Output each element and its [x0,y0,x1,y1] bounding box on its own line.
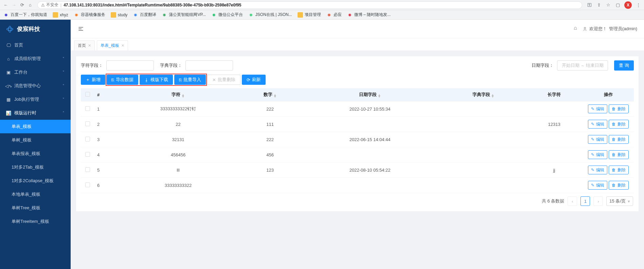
nav-back-icon[interactable]: ← [3,2,9,8]
row-checkbox[interactable] [85,167,90,172]
refresh-button[interactable]: ⟳刷新 [242,75,266,85]
bookmark-item[interactable]: 项目管理 [296,11,322,19]
user-welcome[interactable]: 欢迎您！ 管理员(admin) [583,26,637,32]
bookmark-item[interactable]: ◉微博 – 随时随地发... [346,11,392,19]
bell-icon[interactable] [573,26,578,31]
bookmark-item[interactable]: ◉百度翻译 [131,11,158,19]
warning-icon: ⚠ [41,3,45,7]
sidebar-subitem[interactable]: 单树_模板 [0,133,71,147]
delete-button[interactable]: 🗑删除 [609,120,629,129]
sidebar-item[interactable]: 📊模版运行时˄ [0,106,71,120]
row-checkbox[interactable] [85,182,90,187]
edit-button[interactable]: ✎编辑 [588,120,607,129]
edit-icon: ✎ [591,183,594,188]
bookmark-item[interactable]: ◉JSON在线 | JSON... [247,11,293,19]
bookmark-label: 微博 – 随时随地发... [354,12,391,18]
col-long: 长字符 [525,88,583,101]
tab[interactable]: 单表_模板✕ [97,40,128,51]
download-template-button[interactable]: ⭳模版下载 [140,75,173,85]
col-num[interactable]: 数字▲▼ [242,88,299,101]
cell-char: 456456 [115,147,242,162]
cell-date: 2022-10-27 10:55:34 [299,101,441,117]
edit-button[interactable]: ✎编辑 [588,135,607,144]
delete-button[interactable]: 🗑删除 [609,166,629,174]
bookmark-item[interactable]: ◉微信公众平台 [210,11,244,19]
edit-button[interactable]: ✎编辑 [588,104,607,113]
col-index[interactable]: # [94,88,115,101]
close-icon[interactable]: ✕ [121,43,124,48]
edit-icon: ✎ [591,137,594,142]
sidebar-subitem-label: 单树TreeItem_模板 [12,218,49,225]
sidebar-subitem-label: 本地单表_模板 [12,191,40,197]
sidebar-subitem[interactable]: 1对多2Collapse_模板 [0,174,71,188]
sidebar-subitem[interactable]: 单树Tree_模板 [0,201,71,215]
sidebar-item[interactable]: ◁∿消息管理中心˅ [0,79,71,93]
user-icon [583,26,587,31]
row-checkbox[interactable] [85,137,90,141]
menu-icon[interactable]: ⋮ [635,2,641,8]
address-bar[interactable]: ⚠ 不安全 | 47.108.141.193:8031/index.html#/… [37,1,582,9]
edit-button[interactable]: ✎编辑 [588,150,607,159]
profile-avatar[interactable]: X [624,1,632,9]
sidebar-toggle-icon[interactable] [77,25,84,32]
edit-button[interactable]: ✎编辑 [588,181,607,190]
chevron-down-icon: ˅ [62,97,65,102]
row-checkbox[interactable] [85,121,90,126]
panel-icon[interactable]: ▢ [615,2,621,8]
close-icon[interactable]: ✕ [88,43,91,48]
sidebar-item[interactable]: 🖵首页 [0,38,71,52]
filter-dict-input[interactable] [185,60,233,71]
bookmark-item[interactable]: ◉百度一下，你就知道 [2,11,49,19]
delete-button[interactable]: 🗑删除 [609,104,629,113]
chevron-down-icon: ▾ [628,199,630,204]
batch-import-button[interactable]: ⎘批量导入 [174,75,206,85]
col-dict[interactable]: 字典字段▲▼ [441,88,525,101]
page-number[interactable]: 1 [580,196,590,206]
row-checkbox[interactable] [85,152,90,157]
favicon-icon: ◉ [347,12,353,18]
row-checkbox[interactable] [85,106,90,111]
key-icon[interactable]: ⚿ [586,2,592,8]
bookmark-item[interactable]: xhyz [51,11,70,19]
bookmark-item[interactable]: study [109,11,129,19]
edit-icon: ✎ [591,122,594,127]
content-panel: 字符字段： 字典字段： 日期字段： 开始日期 ~ 结束日期 查 询 ＋新增 [76,56,639,211]
export-button[interactable]: ⎘导出数据 [107,75,138,85]
add-button[interactable]: ＋新增 [81,75,105,85]
star-icon[interactable]: ☆ [605,2,611,8]
bookmark-label: 项目管理 [305,12,321,18]
bookmark-item[interactable]: ◉容器镜像服务 [72,11,107,19]
sidebar-subitem[interactable]: 单表_模板 [0,120,71,133]
col-char[interactable]: 字符▲▼ [115,88,242,101]
sidebar-item[interactable]: ▣工作台˅ [0,65,71,79]
cell-char: 22 [115,117,242,132]
filter-char-input[interactable] [106,60,154,71]
delete-button[interactable]: 🗑删除 [609,135,629,144]
brand[interactable]: 俊宸科技 [0,20,71,38]
share-icon[interactable]: ⇪ [596,2,602,8]
sidebar-item[interactable]: ▦Job执行管理˅ [0,93,71,106]
query-button[interactable]: 查 询 [614,60,634,71]
bookmark-item[interactable]: ◉必应 [325,11,343,19]
edit-button[interactable]: ✎编辑 [588,166,607,174]
bookmark-item[interactable]: ◉蒲公英智能组网VP... [160,11,207,19]
header-checkbox[interactable] [85,92,90,97]
url-text: 47.108.141.193:8031/index.html#/Template… [64,3,241,7]
sidebar-subitem[interactable]: 单树TreeItem_模板 [0,215,71,228]
filter-date-range[interactable]: 开始日期 ~ 结束日期 [557,60,608,71]
col-actions: 操作 [583,88,634,101]
tab[interactable]: 首页✕ [74,40,95,51]
total-label: 共 6 条数据 [542,198,564,204]
delete-button[interactable]: 🗑删除 [609,181,629,190]
nav-reload-icon[interactable]: ⟳ [19,2,25,8]
sidebar-subitem[interactable]: 本地单表_模板 [0,188,71,201]
sidebar-item[interactable]: ⌂成员组织管理˅ [0,52,71,65]
sidebar-subitem[interactable]: 1对多2Tab_模板 [0,160,71,174]
nav-home-icon[interactable]: ⌂ [27,2,33,8]
page-size-select[interactable]: 15 条/页▾ [606,196,633,206]
sidebar-subitem-label: 单树_模板 [12,137,32,143]
sidebar-subitem[interactable]: 单表报表_模板 [0,147,71,160]
nav-forward-icon[interactable]: → [11,2,17,8]
delete-button[interactable]: 🗑删除 [609,150,629,159]
col-date[interactable]: 日期字段▲▼ [299,88,441,101]
